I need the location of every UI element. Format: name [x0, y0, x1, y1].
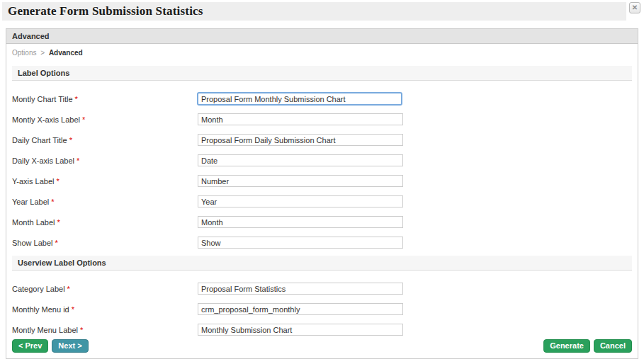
- required-marker: *: [67, 285, 70, 293]
- breadcrumb: Options > Advanced: [6, 44, 638, 66]
- form-row: Show Label*: [6, 232, 638, 253]
- field-label: Show Label: [12, 239, 53, 247]
- close-icon: ✕: [632, 4, 638, 11]
- footer-button-bar: < Prev Next > Generate Cancel: [12, 339, 632, 353]
- form-row: Monthly Menu id*: [6, 299, 638, 319]
- panel-header: Advanced: [6, 29, 638, 44]
- form-row: Category Label*: [6, 278, 638, 299]
- form-row: Y-axis Label*: [6, 171, 638, 191]
- field-label: Daily Chart Title: [12, 136, 67, 144]
- page-title: Generate Form Submission Statistics: [8, 4, 203, 18]
- required-marker: *: [57, 218, 60, 227]
- field-label: Daily X-axis Label: [12, 157, 74, 165]
- required-marker: *: [69, 136, 72, 144]
- year-label-input[interactable]: [198, 195, 403, 207]
- field-label: Category Label: [12, 285, 65, 293]
- form-row: Montly X-axis Label*: [6, 109, 638, 130]
- field-label: Year Label: [12, 198, 49, 206]
- field-label: Montly Menu Label: [12, 326, 78, 334]
- form-row: Daily Chart Title*: [6, 130, 638, 150]
- daily-chart-title-input[interactable]: [198, 134, 403, 146]
- userview-label-options-fields: Category Label* Monthly Menu id* Montly …: [6, 271, 638, 343]
- field-label: Monthly Menu id: [12, 305, 69, 314]
- required-marker: *: [77, 157, 79, 165]
- dialog-panel: Advanced Options > Advanced Label Option…: [6, 28, 638, 359]
- required-marker: *: [57, 177, 60, 186]
- section-header-userview-label-options: Userview Label Options: [12, 256, 632, 271]
- form-row: Montly Chart Title*: [6, 89, 638, 109]
- required-marker: *: [51, 198, 54, 206]
- category-label-input[interactable]: [198, 283, 403, 295]
- wizard-nav-buttons: < Prev Next >: [12, 339, 89, 353]
- montly-menu-label-input[interactable]: [198, 324, 403, 336]
- required-marker: *: [82, 115, 85, 124]
- breadcrumb-options-link[interactable]: Options: [12, 49, 36, 57]
- required-marker: *: [72, 305, 74, 314]
- form-row: Daily X-axis Label*: [6, 150, 638, 171]
- window-title-bar: Generate Form Submission Statistics: [2, 2, 626, 21]
- cancel-button[interactable]: Cancel: [594, 339, 632, 353]
- montly-x-axis-label-input[interactable]: [198, 113, 403, 125]
- action-buttons: Generate Cancel: [543, 339, 632, 353]
- label-options-fields: Montly Chart Title* Montly X-axis Label*…: [6, 81, 638, 256]
- month-label-input[interactable]: [198, 216, 403, 228]
- breadcrumb-separator: >: [40, 49, 45, 57]
- breadcrumb-current: Advanced: [49, 49, 83, 57]
- form-row: Montly Menu Label*: [6, 319, 638, 340]
- generate-button[interactable]: Generate: [543, 339, 590, 353]
- close-button[interactable]: ✕: [629, 2, 640, 13]
- montly-chart-title-input[interactable]: [197, 92, 402, 106]
- field-label: Montly Chart Title: [12, 95, 73, 103]
- section-header-label-options: Label Options: [12, 66, 632, 81]
- required-marker: *: [80, 326, 83, 334]
- prev-button[interactable]: < Prev: [12, 339, 48, 353]
- y-axis-label-input[interactable]: [198, 175, 403, 187]
- next-button[interactable]: Next >: [52, 339, 88, 353]
- form-row: Month Label*: [6, 212, 638, 232]
- field-label: Month Label: [12, 218, 55, 227]
- field-label: Y-axis Label: [12, 177, 55, 186]
- required-marker: *: [75, 95, 78, 103]
- monthly-menu-id-input[interactable]: [198, 303, 403, 315]
- daily-x-axis-label-input[interactable]: [198, 154, 403, 166]
- required-marker: *: [55, 239, 58, 247]
- show-label-input[interactable]: [198, 237, 403, 249]
- field-label: Montly X-axis Label: [12, 115, 80, 124]
- form-row: Year Label*: [6, 191, 638, 212]
